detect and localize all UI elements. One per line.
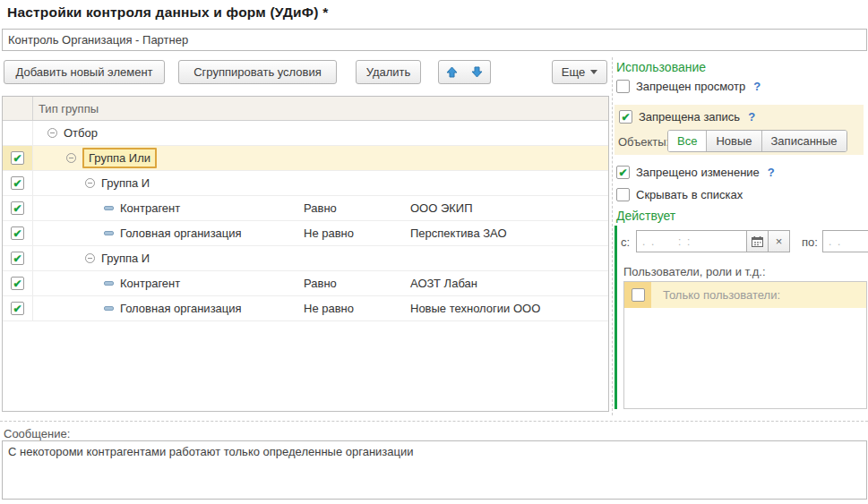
group-type-column-header: Тип группы	[33, 102, 99, 115]
calendar-icon[interactable]	[746, 231, 768, 252]
comparison-cell: Не равно	[304, 226, 354, 240]
hide-in-lists-row: Скрывать в списках	[616, 188, 743, 201]
value-cell: Перспектива ЗАО	[410, 226, 507, 240]
clear-icon[interactable]: ×	[768, 231, 789, 252]
row-checkbox[interactable]: ✔	[11, 151, 24, 165]
users-roles-list: Только пользователи:	[623, 281, 867, 409]
objects-option-3[interactable]: Записанные	[761, 131, 847, 151]
value-cell: ООО ЭКИП	[410, 201, 473, 215]
table-row[interactable]: ✔КонтрагентРавноООО ЭКИП	[3, 196, 608, 221]
message-label: Сообщение:	[4, 427, 70, 440]
change-forbidden-label: Запрещено изменение	[636, 166, 760, 179]
delete-label: Удалить	[366, 65, 411, 79]
row-label: Группа И	[101, 252, 150, 265]
delete-button[interactable]: Удалить	[356, 60, 421, 84]
comparison-cell: Не равно	[304, 302, 354, 315]
more-button[interactable]: Еще	[552, 60, 607, 84]
tree-collapse-icon[interactable]	[47, 128, 57, 138]
group-conditions-button[interactable]: Сгруппировать условия	[178, 60, 337, 84]
checkbox-column-header	[3, 97, 33, 120]
row-checkbox-cell[interactable]: ✔	[3, 196, 33, 220]
row-checkbox-cell[interactable]: ✔	[3, 146, 33, 170]
value-cell: АОЗТ Лабан	[410, 277, 477, 290]
view-forbidden-checkbox[interactable]	[616, 80, 630, 93]
validity-section-title: Действует	[616, 209, 675, 223]
value-cell: Новые технологии ООО	[410, 302, 540, 315]
group-conditions-label: Сгруппировать условия	[193, 65, 322, 79]
horizontal-separator	[0, 421, 868, 422]
view-forbidden-label: Запрещен просмотр	[636, 80, 745, 93]
table-row[interactable]: ✔Группа Или	[3, 146, 608, 171]
table-row[interactable]: ✔Головная организацияНе равноПерспектива…	[3, 221, 608, 246]
row-label: Головная организация	[120, 226, 242, 240]
row-label: Контрагент	[120, 201, 180, 215]
table-header-row: Тип группы	[3, 97, 608, 121]
change-forbidden-checkbox[interactable]: ✔	[616, 166, 630, 179]
objects-option-1[interactable]: Все	[668, 131, 706, 151]
row-label: Головная организация	[120, 302, 242, 315]
tree-collapse-icon[interactable]	[66, 153, 76, 163]
row-checkbox[interactable]: ✔	[11, 252, 24, 265]
row-checkbox[interactable]: ✔	[11, 176, 24, 190]
comparison-cell: Равно	[304, 201, 337, 215]
table-row[interactable]: ✔КонтрагентРавноАОЗТ Лабан	[3, 271, 608, 296]
only-users-checkbox[interactable]	[632, 288, 645, 302]
row-checkbox-cell	[3, 121, 33, 145]
date-from-label: с:	[621, 235, 630, 249]
date-to-label: по:	[802, 235, 818, 249]
row-label: Отбор	[64, 126, 98, 140]
row-checkbox[interactable]: ✔	[11, 201, 24, 215]
date-to-field[interactable]: . .	[822, 230, 868, 252]
add-element-label: Добавить новый элемент	[15, 65, 152, 79]
date-from-field[interactable]: . . : : ×	[636, 230, 790, 252]
vertical-separator	[612, 57, 613, 415]
table-row[interactable]: ✔Головная организацияНе равноНовые техно…	[3, 296, 608, 321]
message-textarea[interactable]: С некотороми контрагентами работают толь…	[2, 440, 867, 500]
row-checkbox[interactable]: ✔	[11, 277, 24, 290]
objects-toggle-group: ВсеНовыеЗаписанные	[667, 130, 847, 152]
tree-collapse-icon[interactable]	[85, 253, 95, 263]
tree-collapse-icon[interactable]	[85, 178, 95, 188]
only-users-label: Только пользователи:	[651, 282, 866, 308]
date-to-placeholder[interactable]: . .	[823, 231, 868, 252]
table-row[interactable]: Отбор	[3, 121, 608, 146]
move-up-button[interactable]	[438, 60, 465, 84]
only-users-row[interactable]: Только пользователи:	[624, 282, 866, 308]
row-label: Группа И	[101, 176, 150, 190]
more-label: Еще	[562, 65, 585, 79]
hide-in-lists-checkbox[interactable]	[616, 188, 630, 201]
only-users-checkbox-cell	[624, 282, 651, 308]
write-forbidden-row: ✔ Запрещена запись ?	[619, 110, 755, 124]
row-label: Группа Или	[82, 148, 157, 168]
hide-in-lists-label: Скрывать в списках	[636, 188, 743, 201]
chevron-down-icon	[590, 70, 597, 74]
setting-name-input[interactable]	[2, 29, 867, 51]
table-row[interactable]: ✔Группа И	[3, 246, 608, 271]
help-icon[interactable]: ?	[753, 80, 761, 93]
help-icon[interactable]: ?	[748, 110, 755, 124]
help-icon[interactable]: ?	[768, 166, 775, 179]
move-down-button[interactable]	[464, 60, 491, 84]
conditions-tree-table: Тип группы Отбор✔Группа Или✔Группа И✔Кон…	[2, 96, 609, 412]
table-row[interactable]: ✔Группа И	[3, 171, 608, 196]
row-checkbox-cell[interactable]: ✔	[3, 246, 33, 270]
row-checkbox[interactable]: ✔	[11, 226, 24, 240]
condition-item-icon	[104, 206, 114, 210]
row-checkbox-cell[interactable]: ✔	[3, 271, 33, 295]
page-title: Настройки контроля данных и форм (УДиФ) …	[7, 4, 328, 21]
row-checkbox-cell[interactable]: ✔	[3, 296, 33, 320]
condition-item-icon	[104, 306, 114, 311]
arrow-down-icon	[471, 66, 483, 78]
users-roles-label: Пользователи, роли и т.д.:	[623, 265, 766, 278]
condition-item-icon	[104, 231, 114, 235]
date-from-placeholder[interactable]: . . : :	[637, 231, 746, 252]
settings-window: Настройки контроля данных и форм (УДиФ) …	[0, 0, 868, 504]
row-checkbox-cell[interactable]: ✔	[3, 221, 33, 245]
row-checkbox-cell[interactable]: ✔	[3, 171, 33, 195]
row-checkbox[interactable]: ✔	[11, 302, 24, 315]
usage-section-title: Использование	[616, 60, 706, 74]
objects-option-2[interactable]: Новые	[706, 131, 761, 151]
add-element-button[interactable]: Добавить новый элемент	[4, 60, 165, 84]
write-forbidden-checkbox[interactable]: ✔	[619, 110, 632, 124]
arrow-up-icon	[446, 66, 458, 78]
